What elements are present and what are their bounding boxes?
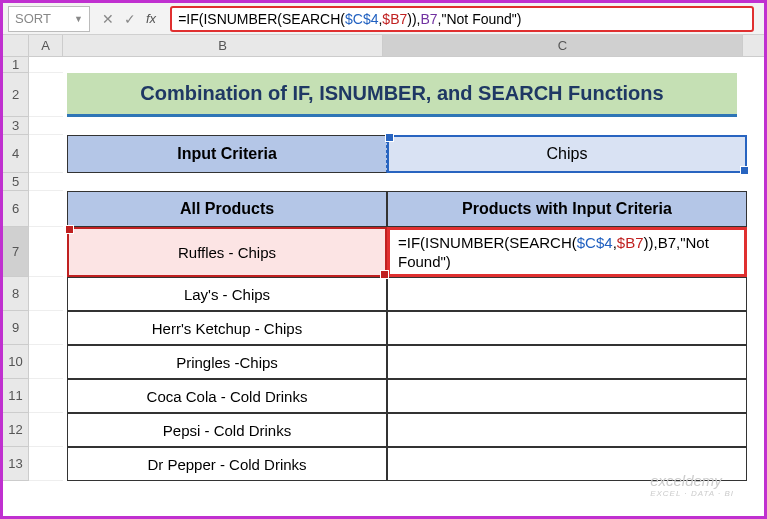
- row-10: 10 Pringles -Chips: [3, 345, 764, 379]
- row-9: 9 Herr's Ketchup - Chips: [3, 311, 764, 345]
- result-cell[interactable]: [387, 277, 747, 311]
- col-header-b[interactable]: B: [63, 35, 383, 56]
- formula-input[interactable]: =IF(ISNUMBER(SEARCH($C$4,$B7)),B7,"Not F…: [170, 6, 754, 32]
- product-cell[interactable]: Coca Cola - Cold Drinks: [67, 379, 387, 413]
- row-2: 2 Combination of IF, ISNUMBER, and SEARC…: [3, 73, 764, 117]
- row-header-9[interactable]: 9: [3, 311, 29, 345]
- row-header-5[interactable]: 5: [3, 173, 29, 191]
- row-header-4[interactable]: 4: [3, 135, 29, 173]
- product-cell[interactable]: Dr Pepper - Cold Drinks: [67, 447, 387, 481]
- row-5: 5: [3, 173, 764, 191]
- row-header-8[interactable]: 8: [3, 277, 29, 311]
- result-cell[interactable]: [387, 413, 747, 447]
- row-header-12[interactable]: 12: [3, 413, 29, 447]
- row-6: 6 All Products Products with Input Crite…: [3, 191, 764, 227]
- row-1: 1: [3, 57, 764, 73]
- active-cell-c7[interactable]: =IF(ISNUMBER(SEARCH($C$4,$B7)),B7,"Not F…: [387, 227, 747, 277]
- row-11: 11 Coca Cola - Cold Drinks: [3, 379, 764, 413]
- row-header-7[interactable]: 7: [3, 227, 29, 277]
- col-header-a[interactable]: A: [29, 35, 63, 56]
- watermark-text: exceldemy: [650, 472, 722, 489]
- spreadsheet-grid: A B C 1 2 Combination of IF, ISNUMBER, a…: [3, 35, 764, 481]
- products-criteria-header[interactable]: Products with Input Criteria: [387, 191, 747, 227]
- name-box[interactable]: SORT ▼: [8, 6, 90, 32]
- fx-icon[interactable]: fx: [146, 11, 156, 26]
- row-header-6[interactable]: 6: [3, 191, 29, 227]
- all-products-header[interactable]: All Products: [67, 191, 387, 227]
- name-box-value: SORT: [15, 11, 51, 26]
- dropdown-icon[interactable]: ▼: [74, 14, 83, 24]
- product-cell[interactable]: Lay's - Chips: [67, 277, 387, 311]
- row-4: 4 Input Criteria Chips: [3, 135, 764, 173]
- row-header-3[interactable]: 3: [3, 117, 29, 135]
- cancel-icon[interactable]: ✕: [102, 11, 114, 27]
- formula-bar-buttons: ✕ ✓ fx: [92, 11, 166, 27]
- col-header-c[interactable]: C: [383, 35, 743, 56]
- watermark: exceldemy EXCEL · DATA · BI: [650, 472, 734, 498]
- watermark-sub: EXCEL · DATA · BI: [650, 489, 734, 498]
- row-8: 8 Lay's - Chips: [3, 277, 764, 311]
- formula-bar: SORT ▼ ✕ ✓ fx =IF(ISNUMBER(SEARCH($C$4,$…: [3, 3, 764, 35]
- row-header-10[interactable]: 10: [3, 345, 29, 379]
- select-all-corner[interactable]: [3, 35, 29, 56]
- row-header-1[interactable]: 1: [3, 57, 29, 73]
- product-cell-b7[interactable]: Ruffles - Chips: [67, 227, 387, 277]
- column-headers: A B C: [3, 35, 764, 57]
- row-12: 12 Pepsi - Cold Drinks: [3, 413, 764, 447]
- product-cell[interactable]: Pringles -Chips: [67, 345, 387, 379]
- input-criteria-label[interactable]: Input Criteria: [67, 135, 387, 173]
- enter-icon[interactable]: ✓: [124, 11, 136, 27]
- input-criteria-value[interactable]: Chips: [387, 135, 747, 173]
- product-cell[interactable]: Herr's Ketchup - Chips: [67, 311, 387, 345]
- row-header-11[interactable]: 11: [3, 379, 29, 413]
- row-3: 3: [3, 117, 764, 135]
- title-cell[interactable]: Combination of IF, ISNUMBER, and SEARCH …: [67, 73, 737, 117]
- row-7: 7 Ruffles - Chips =IF(ISNUMBER(SEARCH($C…: [3, 227, 764, 277]
- row-header-13[interactable]: 13: [3, 447, 29, 481]
- result-cell[interactable]: [387, 379, 747, 413]
- row-header-2[interactable]: 2: [3, 73, 29, 117]
- result-cell[interactable]: [387, 311, 747, 345]
- product-cell[interactable]: Pepsi - Cold Drinks: [67, 413, 387, 447]
- result-cell[interactable]: [387, 345, 747, 379]
